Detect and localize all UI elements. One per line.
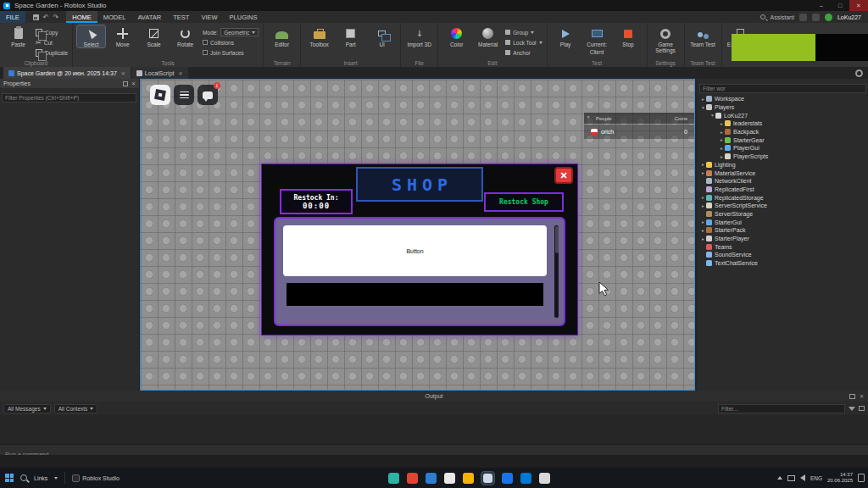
- output-log-area[interactable]: [0, 415, 868, 444]
- mode-dropdown[interactable]: Geometric: [220, 28, 259, 36]
- play-button[interactable]: Play: [552, 25, 580, 47]
- restock-shop-button[interactable]: Restock Shop: [484, 192, 564, 212]
- expand-arrow-icon[interactable]: ▸: [719, 154, 725, 159]
- taskbar-app-icon[interactable]: [444, 473, 455, 484]
- current-mode-dropdown[interactable]: Current: Client: [583, 25, 611, 55]
- ui-button[interactable]: UI: [368, 25, 396, 47]
- shop-close-button[interactable]: ✕: [554, 167, 573, 184]
- explorer-item-playergui[interactable]: ▸PlayerGui: [698, 144, 868, 152]
- expand-arrow-icon[interactable]: ▸: [700, 97, 706, 102]
- start-button[interactable]: [5, 474, 14, 482]
- redo-icon[interactable]: ↷: [53, 14, 59, 21]
- close-icon[interactable]: ✕: [131, 80, 136, 86]
- explorer-item-soundservice[interactable]: SoundService: [698, 251, 868, 259]
- copy-button[interactable]: Copy: [36, 28, 68, 36]
- taskbar-window-button[interactable]: Roblox Studio: [72, 474, 120, 482]
- close-icon[interactable]: ✕: [587, 114, 590, 119]
- menu-tab-view[interactable]: VIEW: [195, 11, 223, 23]
- leaderboard-row[interactable]: orich 0: [584, 125, 694, 139]
- taskbar-app-icon[interactable]: [388, 473, 399, 484]
- explorer-item-materialservice[interactable]: ▸MaterialService: [698, 169, 868, 177]
- import-3d-button[interactable]: ↓ Import 3D: [405, 25, 433, 47]
- output-filter-input[interactable]: [718, 404, 845, 413]
- menu-tab-model[interactable]: MODEL: [97, 11, 132, 23]
- assistant-button[interactable]: Assistant: [771, 14, 794, 20]
- anchor-button[interactable]: Anchor: [505, 48, 542, 57]
- expand-arrow-icon[interactable]: ▸: [719, 130, 725, 135]
- close-icon[interactable]: ✕: [179, 70, 183, 76]
- clear-output-icon[interactable]: [859, 406, 865, 411]
- explorer-item-starterpack[interactable]: ▸StarterPack: [698, 226, 868, 235]
- explorer-item-textchatservice[interactable]: TextChatService: [698, 259, 868, 268]
- stop-button[interactable]: Stop: [615, 25, 643, 47]
- contexts-filter-dropdown[interactable]: All Contexts: [54, 404, 98, 413]
- scale-tool-button[interactable]: Scale: [140, 25, 168, 47]
- explorer-item-lighting[interactable]: ▸Lighting: [698, 161, 868, 169]
- explorer-item-serverstorage[interactable]: ServerStorage: [698, 210, 868, 219]
- layout-icon[interactable]: [799, 14, 807, 21]
- taskbar-app-icon[interactable]: [502, 473, 513, 484]
- terrain-editor-button[interactable]: Editor: [268, 25, 296, 47]
- menu-tab-avatar[interactable]: AVATAR: [131, 11, 167, 23]
- avatar[interactable]: [825, 14, 832, 21]
- taskbar-app-icon[interactable]: [426, 473, 437, 484]
- game-settings-button[interactable]: Game Settings: [652, 25, 680, 53]
- expand-arrow-icon[interactable]: ▸: [700, 228, 706, 233]
- expand-arrow-icon[interactable]: ▾: [700, 105, 706, 110]
- rotate-tool-button[interactable]: Rotate: [171, 25, 199, 47]
- taskbar-app-icon[interactable]: [407, 473, 418, 484]
- taskbar-search-icon[interactable]: [20, 474, 27, 481]
- part-button[interactable]: Part: [337, 25, 364, 47]
- explorer-item-serverscriptservice[interactable]: ▸ServerScriptService: [698, 202, 868, 210]
- taskbar-app-icon[interactable]: [539, 473, 550, 484]
- explorer-item-leaderstats[interactable]: ▸leaderstats: [698, 119, 868, 128]
- funnel-icon[interactable]: [849, 407, 855, 411]
- hamburger-menu-button[interactable]: [174, 85, 194, 105]
- explorer-item-workspace[interactable]: ▸Workspace: [698, 95, 868, 103]
- expand-arrow-icon[interactable]: ▸: [700, 219, 706, 225]
- expand-arrow-icon[interactable]: ▸: [700, 162, 706, 167]
- collisions-toggle[interactable]: Collisions: [203, 38, 259, 47]
- team-test-button[interactable]: Team Test: [689, 25, 717, 47]
- group-button[interactable]: Group: [505, 28, 542, 36]
- close-button[interactable]: ✕: [849, 0, 868, 11]
- expand-arrow-icon[interactable]: ▾: [709, 113, 715, 118]
- dock-icon[interactable]: [849, 394, 855, 399]
- expand-arrow-icon[interactable]: ▸: [700, 195, 706, 200]
- chat-button[interactable]: 1: [198, 85, 218, 105]
- explorer-item-starterplayer[interactable]: ▸StarterPlayer: [698, 235, 868, 243]
- explorer-item-startergui[interactable]: ▸StarterGui: [698, 218, 868, 226]
- duplicate-button[interactable]: Duplicate: [36, 48, 68, 57]
- properties-filter-input[interactable]: [2, 93, 136, 103]
- expand-arrow-icon[interactable]: ▸: [719, 121, 725, 126]
- toolbox-button[interactable]: Toolbox: [305, 25, 333, 47]
- menu-tab-plugins[interactable]: PLUGINS: [224, 11, 264, 23]
- notifications-icon[interactable]: [812, 14, 820, 21]
- explorer-item-teams[interactable]: Teams: [698, 242, 868, 251]
- explorer-item-networkclient[interactable]: NetworkClient: [698, 177, 868, 186]
- undo-icon[interactable]: ↶: [43, 14, 49, 21]
- links-toolbar[interactable]: Links: [34, 475, 47, 481]
- close-icon[interactable]: ✕: [121, 70, 125, 76]
- roblox-menu-button[interactable]: [150, 85, 170, 105]
- shop-item-button[interactable]: Button: [283, 225, 547, 276]
- menu-tab-file[interactable]: FILE: [0, 11, 25, 23]
- network-icon[interactable]: [787, 475, 795, 481]
- explorer-item-startergear[interactable]: ▸StarterGear: [698, 136, 868, 144]
- tab-place[interactable]: Space Garden @ 20 июн. 2025 14:37 ✕: [3, 67, 131, 79]
- expand-arrow-icon[interactable]: ▸: [700, 203, 706, 208]
- explorer-filter-input[interactable]: [699, 84, 866, 93]
- lock-tool-button[interactable]: Lock Tool: [505, 38, 542, 47]
- paste-button[interactable]: Paste: [4, 25, 32, 47]
- tab-localscript[interactable]: LocalScript ✕: [131, 67, 188, 79]
- menu-tab-test[interactable]: TEST: [167, 11, 195, 23]
- shop-scrollbar[interactable]: [554, 225, 559, 318]
- expand-arrow-icon[interactable]: ▸: [700, 170, 706, 175]
- pin-icon[interactable]: [123, 81, 128, 86]
- select-tool-button[interactable]: Select: [77, 25, 105, 47]
- explorer-item-playerscripts[interactable]: ▸PlayerScripts: [698, 152, 868, 161]
- scrollbar-thumb[interactable]: [555, 226, 559, 253]
- taskbar-app-icon[interactable]: [481, 472, 494, 485]
- save-icon[interactable]: [33, 14, 39, 20]
- explorer-item-replicatedfirst[interactable]: ReplicatedFirst: [698, 186, 868, 194]
